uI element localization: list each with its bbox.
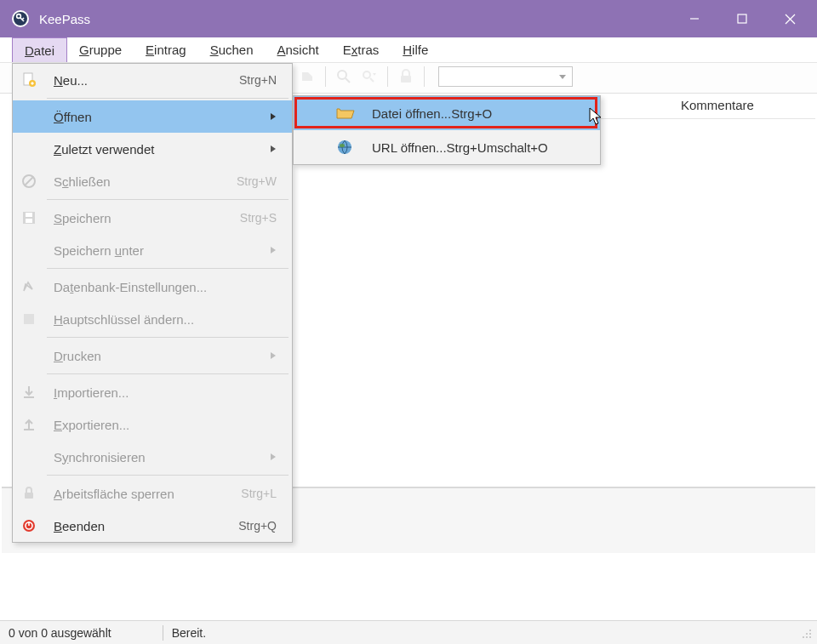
search-icon[interactable]: [334, 67, 353, 86]
datei-menu: Neu... Strg+N Öffnen Zuletzt verwendet S…: [12, 63, 293, 543]
menu-item-recent[interactable]: Zuletzt verwendet: [13, 133, 292, 165]
column-kommentare[interactable]: Kommentare: [681, 98, 754, 112]
menu-item-new[interactable]: Neu... Strg+N: [13, 64, 292, 96]
menu-divider: [47, 373, 289, 374]
svg-rect-21: [25, 493, 33, 499]
menu-item-save: Speichern Strg+S: [13, 202, 292, 234]
status-selection: 0 von 0 ausgewählt: [0, 626, 120, 640]
menu-item-sync: Synchronisieren: [13, 441, 292, 473]
import-icon: [13, 376, 45, 408]
menu-item-quit[interactable]: Beenden Strg+Q: [13, 510, 292, 542]
titlebar: KeePass: [0, 0, 817, 37]
lock-icon[interactable]: [397, 67, 415, 86]
statusbar: 0 von 0 ausgewählt Bereit.: [0, 620, 817, 644]
submenu-arrow-icon: [270, 246, 277, 254]
toolbar-separator: [424, 66, 425, 87]
svg-rect-4: [738, 14, 746, 23]
menu-item-close: Schließen Strg+W: [13, 165, 292, 197]
app-icon: [10, 9, 31, 29]
open-submenu: Datei öffnen... Strg+O URL öffnen... Str…: [293, 95, 601, 165]
menu-item-lock: Arbeitsfläche sperren Strg+L: [13, 477, 292, 510]
svg-point-9: [363, 71, 370, 78]
submenu-arrow-icon: [270, 351, 277, 360]
menu-item-print: Drucken: [13, 339, 292, 372]
export-icon: [13, 408, 45, 441]
globe-icon: [336, 139, 372, 156]
svg-point-29: [809, 633, 811, 635]
menu-gruppe[interactable]: Gruppe: [67, 37, 134, 62]
quick-search-combo[interactable]: [438, 66, 573, 87]
svg-point-30: [803, 636, 804, 638]
maximize-button[interactable]: [718, 0, 766, 37]
menu-item-masterkey: Hauptschlüssel ändern...: [13, 303, 292, 335]
new-file-icon: [13, 64, 45, 96]
menu-item-import: Importieren...: [13, 376, 292, 408]
menu-suchen[interactable]: Suchen: [198, 37, 266, 62]
svg-point-28: [806, 633, 808, 635]
menu-divider: [47, 337, 289, 338]
submenu-open-file[interactable]: Datei öffnen... Strg+O: [294, 96, 600, 130]
svg-point-7: [338, 71, 346, 79]
submenu-arrow-icon: [270, 453, 277, 461]
window-title: KeePass: [39, 12, 671, 26]
menu-hilfe[interactable]: Hilfe: [391, 37, 440, 62]
toolbar-icon-a[interactable]: [298, 67, 317, 86]
menu-item-saveas: Speichern unter: [13, 234, 292, 266]
menu-divider: [47, 475, 289, 476]
toolbar-separator: [387, 66, 388, 87]
power-icon: [13, 510, 45, 542]
key-change-icon: [13, 303, 45, 335]
menu-datei[interactable]: Datei: [12, 37, 67, 62]
menubar: Datei Gruppe Eintrag Suchen Ansicht Extr…: [0, 37, 817, 63]
svg-rect-17: [26, 219, 32, 223]
status-ready: Bereit.: [163, 626, 214, 640]
menu-eintrag[interactable]: Eintrag: [134, 37, 198, 62]
svg-line-14: [25, 177, 33, 185]
svg-point-32: [809, 636, 811, 638]
svg-rect-16: [26, 213, 32, 217]
menu-ansicht[interactable]: Ansicht: [266, 37, 331, 62]
menu-item-export: Exportieren...: [13, 408, 292, 441]
menu-divider: [47, 98, 289, 99]
resize-grip-icon[interactable]: [800, 627, 817, 639]
search-dropdown-icon[interactable]: [360, 67, 379, 86]
menu-item-dbsettings: Datenbank-Einstellungen...: [13, 271, 292, 303]
close-button[interactable]: [766, 0, 814, 37]
menu-extras[interactable]: Extras: [331, 37, 391, 62]
folder-open-icon: [336, 105, 372, 121]
svg-point-26: [340, 144, 345, 147]
lock-workspace-icon: [13, 477, 45, 510]
menu-item-open[interactable]: Öffnen: [13, 100, 292, 133]
close-db-icon: [13, 165, 45, 197]
svg-line-8: [346, 78, 350, 83]
submenu-arrow-icon: [270, 112, 277, 121]
minimize-button[interactable]: [671, 0, 718, 37]
settings-icon: [13, 271, 45, 303]
menu-divider: [47, 199, 289, 200]
menu-divider: [47, 268, 289, 269]
submenu-open-url[interactable]: URL öffnen... Strg+Umschalt+O: [294, 130, 600, 164]
svg-point-27: [809, 630, 811, 631]
svg-point-31: [806, 636, 808, 638]
toolbar-separator: [325, 66, 326, 87]
svg-rect-18: [24, 314, 34, 324]
svg-rect-10: [401, 76, 411, 83]
submenu-arrow-icon: [270, 145, 277, 153]
save-icon: [13, 202, 45, 234]
